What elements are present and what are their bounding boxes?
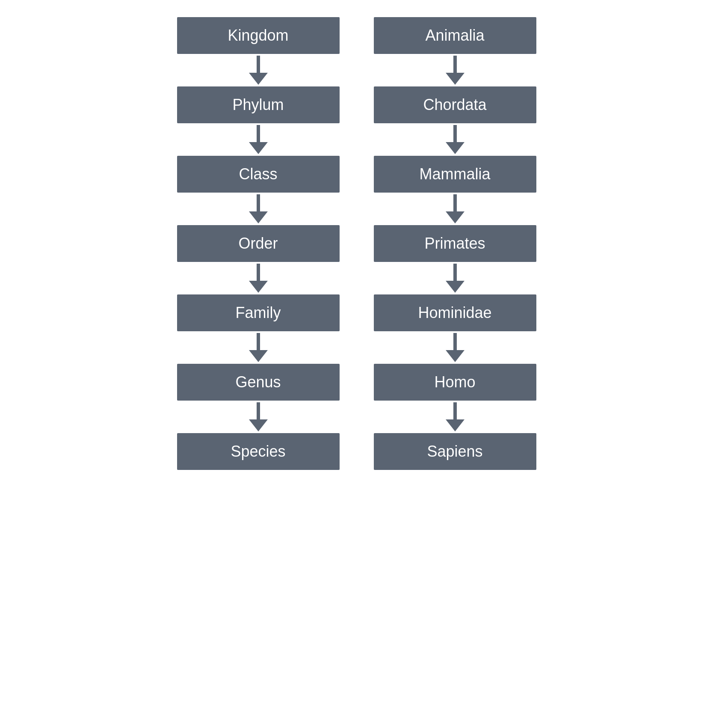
arrow-3 [249, 194, 268, 223]
value-homo-label: Homo [434, 373, 475, 391]
rank-species-label: Species [231, 443, 285, 460]
arrow-r3 [446, 194, 464, 223]
arrow-shaft [453, 264, 457, 281]
arrow-r5 [446, 333, 464, 362]
arrow-r1 [446, 56, 464, 85]
arrow-head [446, 211, 464, 223]
arrow-head [446, 142, 464, 154]
arrow-head [249, 281, 268, 293]
value-primates: Primates [374, 225, 536, 262]
value-chordata-label: Chordata [423, 96, 486, 113]
rank-kingdom-label: Kingdom [228, 27, 288, 44]
arrow-shaft [453, 194, 457, 211]
arrow-head [249, 419, 268, 431]
rank-phylum-label: Phylum [232, 96, 284, 113]
arrow-4 [249, 264, 268, 293]
rank-class-label: Class [239, 165, 277, 183]
value-sapiens: Sapiens [374, 433, 536, 470]
arrow-shaft [257, 194, 260, 211]
rank-kingdom: Kingdom [177, 17, 340, 54]
arrow-5 [249, 333, 268, 362]
rank-family-label: Family [236, 304, 281, 321]
page-container: Kingdom Phylum Class Order Famil [100, 17, 613, 470]
arrow-shaft [257, 56, 260, 73]
arrow-shaft [257, 402, 260, 419]
arrow-1 [249, 56, 268, 85]
value-animalia: Animalia [374, 17, 536, 54]
arrow-r4 [446, 264, 464, 293]
arrow-head [446, 350, 464, 362]
arrow-head [249, 142, 268, 154]
rank-family: Family [177, 294, 340, 331]
arrow-shaft [453, 333, 457, 350]
rank-order: Order [177, 225, 340, 262]
value-chordata: Chordata [374, 86, 536, 123]
value-mammalia-label: Mammalia [419, 165, 490, 183]
rank-class: Class [177, 156, 340, 193]
arrow-r2 [446, 125, 464, 154]
rank-genus: Genus [177, 364, 340, 401]
value-sapiens-label: Sapiens [427, 443, 482, 460]
arrow-head [249, 211, 268, 223]
arrow-shaft [453, 402, 457, 419]
arrow-shaft [453, 125, 457, 142]
value-hominidae-label: Hominidae [418, 304, 491, 321]
arrow-2 [249, 125, 268, 154]
value-hominidae: Hominidae [374, 294, 536, 331]
value-homo: Homo [374, 364, 536, 401]
arrow-6 [249, 402, 268, 431]
arrow-shaft [257, 333, 260, 350]
taxonomy-ranks-column: Kingdom Phylum Class Order Famil [177, 17, 340, 470]
arrow-head [446, 281, 464, 293]
arrow-head [249, 73, 268, 85]
value-animalia-label: Animalia [425, 27, 484, 44]
arrow-shaft [453, 56, 457, 73]
rank-genus-label: Genus [235, 373, 281, 391]
arrow-head [249, 350, 268, 362]
rank-species: Species [177, 433, 340, 470]
arrow-head [446, 419, 464, 431]
rank-order-label: Order [238, 235, 278, 252]
taxonomy-values-column: Animalia Chordata Mammalia Primates [374, 17, 536, 470]
value-primates-label: Primates [424, 235, 485, 252]
rank-phylum: Phylum [177, 86, 340, 123]
value-mammalia: Mammalia [374, 156, 536, 193]
arrow-shaft [257, 264, 260, 281]
arrow-r6 [446, 402, 464, 431]
arrow-shaft [257, 125, 260, 142]
arrow-head [446, 73, 464, 85]
